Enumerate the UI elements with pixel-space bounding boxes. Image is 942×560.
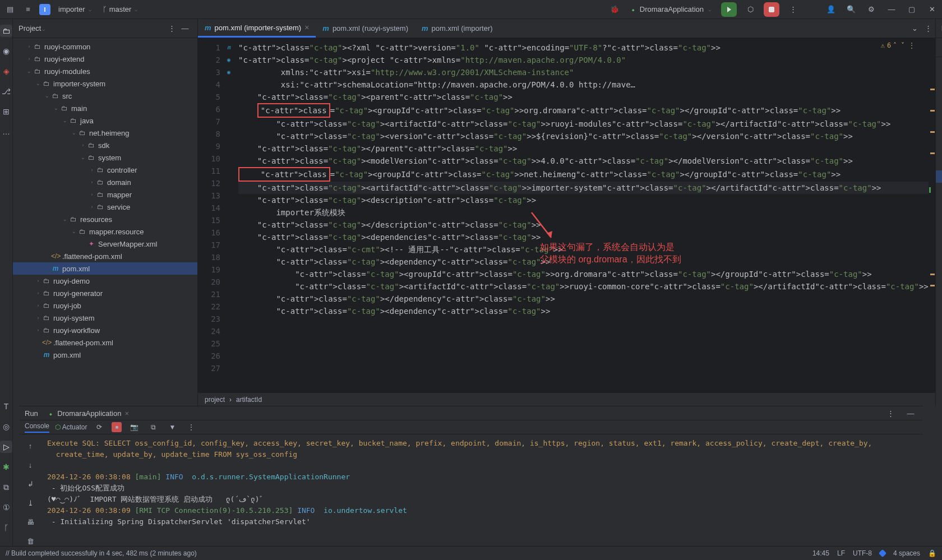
editor-tab[interactable]: mpom.xml (importer-system)× [198, 19, 316, 38]
console-more-icon[interactable]: ⋮ [184, 420, 198, 434]
maximize-icon[interactable]: ▢ [905, 3, 918, 16]
tree-item[interactable]: ⌄🗀mapper.resource [13, 225, 197, 238]
project-dropdown[interactable]: importer [55, 3, 95, 15]
maven-item[interactable]: ⌄🗀Dependencies [936, 257, 942, 269]
tab-more-icon[interactable]: ⋮ [922, 22, 935, 35]
run-config-tab[interactable]: DromaraApplication × [45, 407, 133, 420]
editor-tab[interactable]: mpom.xml (ruoyi-system) [316, 19, 415, 38]
down-icon[interactable]: ↓ [24, 458, 37, 471]
actuator-tab[interactable]: ⬡ Actuator [55, 423, 87, 431]
maven-item[interactable]: ›⊞org.dromara:ruoyi-system:5.2.3 [936, 331, 942, 343]
caret-position[interactable]: 14:45 [812, 549, 829, 557]
debug-button[interactable]: ⬡ [744, 3, 757, 16]
panel-more-icon[interactable]: ⋮ [165, 22, 178, 35]
stop-button[interactable] [764, 2, 779, 17]
stop-console-icon[interactable]: ■ [112, 422, 122, 432]
branch-dropdown[interactable]: ᚴ master [99, 3, 141, 15]
project-tool-icon[interactable]: 🗀 [0, 25, 12, 37]
tree-item[interactable]: ⌄🗀main [13, 102, 197, 114]
error-stripe[interactable] [929, 38, 935, 392]
problems-tool-icon[interactable]: ① [0, 501, 12, 513]
tree-item[interactable]: ›🗀ruoyi-system [13, 312, 197, 324]
maven-item[interactable]: ⚙compile [936, 121, 942, 133]
close-window-icon[interactable]: ✕ [925, 3, 939, 16]
maven-item[interactable]: ›🗀Plugins [936, 207, 942, 220]
maven-item[interactable]: ⚙clean [936, 96, 942, 109]
tree-item[interactable]: ✦ServerMapper.xml [13, 238, 197, 250]
tree-item[interactable]: ⌄🗀src [13, 90, 197, 102]
project-tree[interactable]: ›🗀ruoyi-common›🗀ruoyi-extend⌄🗀ruoyi-modu… [13, 38, 197, 406]
bug-icon[interactable]: 🐞 [608, 3, 621, 16]
code-editor[interactable]: ⚠ 6 ˄ ˅ ⋮ 123456789101112131415161718192… [198, 38, 935, 392]
maven-item[interactable]: ›⊞org.dromara:ruoyi-common-social:5.2.3 [936, 294, 942, 306]
cwm-icon[interactable]: 👤 [824, 3, 838, 16]
tree-item[interactable]: ›🗀ruoyi-extend [13, 53, 197, 65]
tree-item[interactable]: ›🗀ruoyi-demo [13, 275, 197, 287]
main-menu-icon[interactable]: ▤ [3, 3, 17, 16]
console-tab[interactable]: Console [25, 422, 49, 433]
tree-item[interactable]: ⌄🗀java [13, 114, 197, 127]
maven-item[interactable]: ⚙site [936, 183, 942, 195]
tree-item[interactable]: ›🗀domain [13, 176, 197, 188]
more-icon[interactable]: ⋮ [786, 3, 800, 16]
line-separator[interactable]: LF [837, 549, 845, 557]
scroll-icon[interactable]: ⤓ [24, 496, 37, 510]
terminal-tool-icon[interactable]: ⧉ [0, 481, 12, 493]
maven-item[interactable]: ⚙install [936, 170, 942, 183]
commit-tool-icon[interactable]: ◉ [0, 45, 12, 57]
maven-item[interactable]: ›⊞net.heimeng:importer-system:5.2.3 [936, 343, 942, 355]
hamburger-icon[interactable]: ≡ [21, 3, 35, 16]
wrap-icon[interactable]: ↲ [24, 477, 37, 490]
maven-item[interactable]: ⚙deploy [936, 195, 942, 207]
maven-item[interactable]: ⌄🗀Lifecycle [936, 84, 942, 96]
tree-item[interactable]: ›🗀ruoyi-generator [13, 287, 197, 299]
tab-list-icon[interactable]: ⌄ [908, 22, 922, 35]
snapshot-icon[interactable]: 📷 [127, 420, 141, 434]
breadcrumb[interactable]: project › artifactId [198, 392, 935, 406]
structure-tool-icon[interactable]: ⊞ [0, 105, 12, 118]
up-icon[interactable]: ↑ [24, 439, 37, 452]
text-tool-icon[interactable]: T [0, 400, 12, 413]
status-badge-icon[interactable] [879, 549, 886, 557]
maven-item[interactable]: ›🗀Profiles [936, 59, 942, 72]
tree-item[interactable]: ›🗀controller [13, 164, 197, 176]
editor-tabs[interactable]: mpom.xml (importer-system)×mpom.xml (ruo… [198, 19, 935, 38]
maven-item[interactable]: ⚙package [936, 146, 942, 158]
maven-item[interactable]: ⚙validate [936, 109, 942, 121]
maven-item[interactable]: ⌄mruoyi-admin [936, 220, 942, 232]
tree-item[interactable]: ›🗀mapper [13, 188, 197, 201]
editor-tab[interactable]: mpom.xml (importer) [415, 19, 500, 38]
maven-item[interactable]: ›🗀Plugins [936, 244, 942, 257]
tree-item[interactable]: ›🗀ruoyi-common [13, 40, 197, 53]
tree-item[interactable]: ›🗀service [13, 201, 197, 213]
run-tool-icon[interactable]: ▷ [0, 441, 12, 453]
maven-item[interactable]: ›⊞org.dromara:ruoyi-common-doc:5.2.3 [936, 281, 942, 294]
maven-tree[interactable]: ›🗀Profiles⌄mImporter⌄🗀Lifecycle⚙clean⚙va… [936, 57, 942, 406]
tree-item[interactable]: </>.flattened-pom.xml [13, 250, 197, 262]
spring-tool-icon[interactable]: ✱ [0, 461, 12, 473]
tree-item[interactable]: ⌄🗀net.heimeng [13, 127, 197, 139]
maven-item[interactable]: ›⊞org.dromara:ruoyi-common-ratelimiter:5… [936, 306, 942, 318]
search-icon[interactable]: 🔍 [844, 3, 858, 16]
indent-info[interactable]: 4 spaces [893, 549, 920, 557]
tree-item[interactable]: ⌄🗀ruoyi-modules [13, 65, 197, 77]
readonly-icon[interactable]: 🔒 [928, 549, 936, 557]
run-config-dropdown[interactable]: DromaraApplication [628, 3, 714, 15]
tree-item[interactable]: ⌄🗀importer-system [13, 77, 197, 90]
tree-item[interactable]: </>.flattened-pom.xml [13, 336, 197, 349]
tree-item[interactable]: ›🗀sdk [13, 139, 197, 151]
vcs-tool-icon[interactable]: ᚴ [0, 521, 12, 534]
tree-item[interactable]: ⌄🗀system [13, 151, 197, 164]
tree-item[interactable]: ›🗀ruoyi-workflow [13, 324, 197, 336]
maven-item[interactable]: ⚙test [936, 133, 942, 146]
panel-hide-icon[interactable]: — [178, 22, 192, 35]
pr-tool-icon[interactable]: ⎇ [0, 85, 12, 98]
rerun-icon[interactable]: ⟳ [93, 420, 106, 434]
tree-item[interactable]: mpom.xml [13, 262, 197, 275]
tree-item[interactable]: mpom.xml [13, 349, 197, 361]
bookmark-tool-icon[interactable]: ◈ [0, 65, 12, 77]
minimize-icon[interactable]: — [885, 3, 898, 16]
project-panel-title[interactable]: Project [19, 24, 165, 33]
run-button[interactable] [721, 2, 737, 17]
run-more-icon[interactable]: ⋮ [884, 406, 897, 420]
